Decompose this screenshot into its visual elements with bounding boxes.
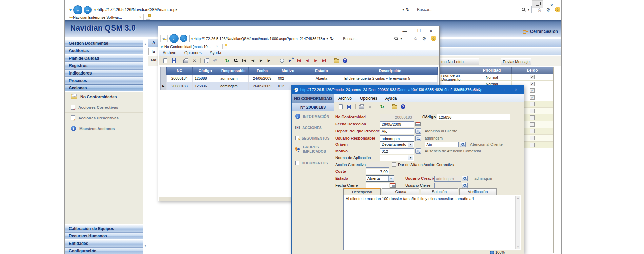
send-message-button[interactable]: Enviar Mensaje xyxy=(501,58,531,65)
popup1-tab[interactable]: e No Conformidad [mactz10... × xyxy=(159,43,220,50)
leido-checkbox[interactable] xyxy=(530,75,535,79)
content-tab-fragment[interactable]: Ta xyxy=(148,48,159,55)
zoom-icon[interactable] xyxy=(490,251,494,254)
minimize-button[interactable]: — xyxy=(521,2,529,8)
prev-page-icon[interactable]: ◀ xyxy=(303,57,311,64)
scroll-down-icon[interactable]: ▼ xyxy=(517,246,519,249)
feedback-smiley-icon[interactable]: ☺ xyxy=(431,36,436,41)
lookup-icon[interactable] xyxy=(462,176,468,181)
lookup-icon[interactable] xyxy=(460,142,466,147)
leido-checkbox[interactable] xyxy=(530,109,535,113)
url-bar[interactable]: e http://172.26.5.126/NavidianQSM/main.a… xyxy=(93,6,411,13)
nc-table-row[interactable]: 20080184 125888 adminqsm 24/06/2009 002 … xyxy=(161,75,438,82)
submenu-item-acciones-correctivas[interactable]: Acciones Correctivas xyxy=(65,102,143,113)
forward-button[interactable]: → xyxy=(84,6,92,14)
settings-gear-icon[interactable]: ⚙ xyxy=(422,36,426,41)
leido-checkbox[interactable] xyxy=(530,136,535,140)
field-coste[interactable]: 7,00 xyxy=(366,169,389,174)
menu-archivo[interactable]: Archivo xyxy=(338,96,352,101)
scroll-up-icon[interactable]: ▲ xyxy=(517,196,519,199)
select-origen[interactable]: Departamento▾ xyxy=(380,141,414,147)
nav-acciones[interactable]: ACCIONES xyxy=(295,126,322,130)
popup2-maximize-button[interactable]: □ xyxy=(498,87,508,92)
leido-checkbox[interactable] xyxy=(530,122,535,127)
sidebar-item-registros[interactable]: Registros xyxy=(65,62,143,69)
logout-button[interactable]: Cerrar Sesión xyxy=(523,29,558,34)
url-dropdown-icon[interactable]: ▾ xyxy=(402,8,404,12)
first-page-icon[interactable]: ◀ xyxy=(295,57,303,64)
popup2-minimize-button[interactable]: — xyxy=(485,87,495,92)
save-icon[interactable] xyxy=(345,103,353,110)
select-estado[interactable]: Abierta▾ xyxy=(366,175,394,182)
dropdown-icon[interactable]: ▾ xyxy=(408,155,413,160)
save-icon[interactable] xyxy=(170,57,178,64)
field-no-conformidad[interactable]: 20080183 xyxy=(380,114,414,120)
prev-record-icon[interactable]: ◀ xyxy=(249,57,257,64)
sidebar-item-indicadores[interactable]: Indicadores xyxy=(65,69,143,77)
refresh-icon[interactable]: ↻ xyxy=(378,103,386,110)
leido-checkbox[interactable] xyxy=(530,102,535,106)
sidebar-item-gestion-documental[interactable]: Gestión Documental xyxy=(65,40,143,47)
dropdown-icon[interactable]: ▾ xyxy=(388,176,394,181)
new-tab-button[interactable] xyxy=(146,15,150,20)
submenu-item-acciones-preventivas[interactable]: Acciones Preventivas xyxy=(65,113,143,123)
menu-ayuda[interactable]: Ayuda xyxy=(210,50,221,55)
lookup-icon[interactable] xyxy=(415,148,421,154)
leido-checkbox[interactable] xyxy=(530,95,535,100)
refresh-icon[interactable]: ↻ xyxy=(223,57,231,64)
leido-checkbox[interactable] xyxy=(530,143,535,147)
folder-icon[interactable] xyxy=(333,57,340,64)
sidebar-item-entidades[interactable]: Entidades xyxy=(65,240,143,247)
help-icon[interactable]: ? xyxy=(341,57,349,64)
popup1-minimize-button[interactable]: — xyxy=(400,28,409,34)
field-codigo[interactable]: 125836 xyxy=(437,114,510,120)
close-button[interactable]: × xyxy=(547,2,556,8)
new-tab-button[interactable] xyxy=(222,44,227,49)
undo-icon[interactable]: ↶ xyxy=(211,57,219,64)
url-dropdown-icon[interactable]: ▾ xyxy=(326,37,328,40)
search-dropdown-icon[interactable]: ▾ xyxy=(528,8,529,12)
popup1-search-input[interactable]: Buscar... ▾ xyxy=(341,35,404,42)
textarea-scrollbar[interactable]: ▲ ▼ xyxy=(515,196,520,249)
print-icon[interactable] xyxy=(182,57,190,64)
run-new-icon[interactable]: ▶ xyxy=(286,57,294,64)
field-motivo[interactable]: 012 xyxy=(380,148,414,154)
submenu-item-no-conformidades[interactable]: No Conformidades xyxy=(65,92,143,102)
leido-checkbox[interactable] xyxy=(530,115,535,120)
search-input[interactable]: Buscar... ▾ xyxy=(415,6,532,13)
checkbox-dar-de-alta[interactable] xyxy=(392,162,396,167)
popup1-close-button[interactable]: × xyxy=(427,28,436,34)
new-icon[interactable] xyxy=(161,57,169,64)
leido-checkbox[interactable] xyxy=(530,82,535,86)
popup2-titlebar[interactable]: e http://172.26.5.126/?mode=2&parms=2&ID… xyxy=(292,85,524,94)
copy-icon[interactable] xyxy=(203,57,210,64)
help-icon[interactable]: ? xyxy=(399,103,407,110)
favorites-star-icon[interactable]: ☆ xyxy=(413,36,418,41)
tab-causa[interactable]: Causa xyxy=(382,188,419,195)
menu-opciones[interactable]: Opciones xyxy=(360,96,377,101)
back-button[interactable]: ← xyxy=(73,5,82,15)
refresh-icon[interactable]: ↻ xyxy=(330,36,334,41)
find-icon[interactable] xyxy=(232,57,240,64)
tab-close-icon[interactable]: × xyxy=(216,45,218,48)
search-icon[interactable] xyxy=(394,36,398,41)
folder-icon[interactable] xyxy=(390,103,398,110)
sidebar-item-calibracion[interactable]: Calibración de Equipos xyxy=(65,225,143,232)
next-record-icon[interactable]: ▶ xyxy=(257,57,265,64)
field-fecha-deteccion[interactable]: 26/05/2009 xyxy=(380,121,414,127)
sidebar-item-plan-de-calidad[interactable]: Plan de Calidad xyxy=(65,55,143,62)
tab-solucion[interactable]: Solución xyxy=(421,188,458,195)
delete-icon[interactable]: × xyxy=(366,103,374,110)
tab-close-icon[interactable]: × xyxy=(139,15,141,19)
new-icon[interactable] xyxy=(337,103,345,110)
tab-verificacion[interactable]: Verificación xyxy=(459,188,497,195)
sidebar-item-acciones[interactable]: Acciones xyxy=(65,84,143,91)
history-icon[interactable] xyxy=(278,57,286,64)
sidebar-item-procesos[interactable]: Procesos xyxy=(65,77,143,84)
restore-button[interactable] xyxy=(532,0,543,8)
popup1-back-button[interactable]: ← xyxy=(169,34,179,43)
popup1-url-bar[interactable]: e http://172.26.5.126/NavidianQSM/mact/m… xyxy=(189,35,335,42)
popup1-forward-button[interactable]: → xyxy=(180,35,187,42)
tab-descripcion[interactable]: Descripción xyxy=(343,188,381,195)
nav-documentos[interactable]: DOCUMENTOS xyxy=(295,161,328,165)
